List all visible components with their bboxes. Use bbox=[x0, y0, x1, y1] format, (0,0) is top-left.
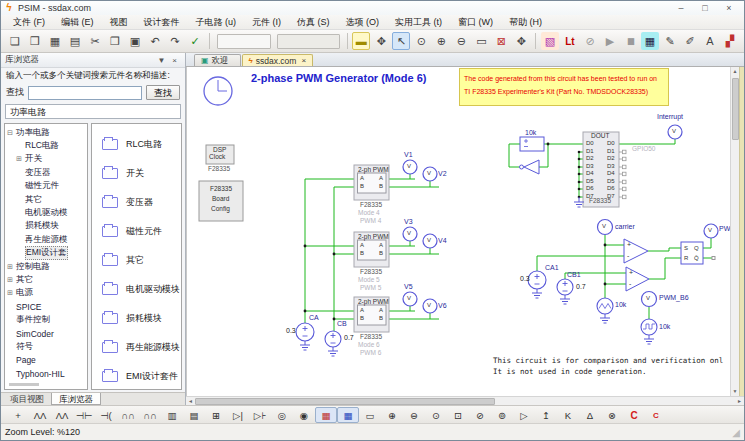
run-simulation-icon[interactable]: ▶ bbox=[601, 32, 619, 50]
elem-ammeter-icon[interactable]: ◉ bbox=[293, 407, 315, 423]
tree-item[interactable]: ⊞ 开关 bbox=[7, 153, 87, 166]
highlight-pen-icon[interactable]: ✐ bbox=[681, 32, 699, 50]
vertical-scroll-thumb[interactable] bbox=[732, 78, 739, 140]
resize-grip[interactable]: ◢ bbox=[732, 427, 740, 438]
schematic-canvas[interactable]: The code generated from this circuit has… bbox=[186, 67, 730, 396]
scroll-right-icon[interactable]: ► bbox=[735, 398, 744, 404]
toolbar-combo-2[interactable] bbox=[277, 34, 340, 49]
elem-voltage-sensor-icon[interactable]: ↥ bbox=[535, 407, 557, 423]
tree-expand-icon[interactable]: ⊞ bbox=[7, 289, 16, 297]
elem-opamp-icon[interactable]: ▷ bbox=[513, 407, 535, 423]
tree-item[interactable]: 电机驱动模 bbox=[7, 206, 87, 219]
tree-item[interactable]: RLC电路 bbox=[7, 139, 87, 152]
menu-item[interactable]: 窗口 (W) bbox=[450, 15, 501, 30]
zoom-icon[interactable]: ⊙ bbox=[412, 32, 430, 50]
document-tab[interactable]: ▣ 欢迎 bbox=[194, 54, 241, 66]
tree-item[interactable]: 变压器 bbox=[7, 166, 87, 179]
elem-transformer-icon[interactable]: ▥ bbox=[161, 407, 183, 423]
tree-item[interactable]: SimCoder bbox=[7, 327, 87, 340]
menu-item[interactable]: 子电路 (u) bbox=[188, 15, 245, 30]
close-icon[interactable]: × bbox=[717, 2, 741, 15]
elem-wire-icon[interactable]: + bbox=[7, 407, 29, 423]
folder-item[interactable]: 其它 bbox=[102, 246, 181, 275]
pan-icon[interactable]: ✥ bbox=[512, 32, 530, 50]
panel-menu-icon[interactable]: ▼ bbox=[155, 56, 168, 65]
elem-sine-source-icon[interactable]: ⊙ bbox=[425, 407, 447, 423]
elem-square-source-icon[interactable]: ⊡ bbox=[447, 407, 469, 423]
elem-transducer-icon[interactable]: Δ bbox=[579, 407, 601, 423]
elem-transformer-3w-icon[interactable]: ▤ bbox=[183, 407, 205, 423]
library-tree[interactable]: ⊟ 功率电路 RLC电路 ⊞ 开关 变压器 磁性元件 bbox=[4, 123, 88, 390]
tree-item[interactable]: SPICE bbox=[7, 300, 87, 313]
menu-item[interactable]: 文件 (F) bbox=[5, 15, 53, 30]
tree-expand-icon[interactable]: ⊞ bbox=[7, 263, 16, 271]
elem-dc-source2-icon[interactable]: ⊖ bbox=[403, 407, 425, 423]
tree-item[interactable]: Page bbox=[7, 354, 87, 367]
c-code-icon[interactable]: ▞ bbox=[721, 32, 739, 50]
label-tool-icon[interactable]: ▬ bbox=[352, 32, 370, 50]
document-tab[interactable]: ϟ ssdax.com × bbox=[242, 54, 314, 66]
tree-item[interactable]: Typhoon-HIL bbox=[7, 367, 87, 380]
scroll-down-icon[interactable]: ▼ bbox=[733, 387, 738, 396]
tree-item[interactable]: ⊞ 控制电路 bbox=[7, 260, 87, 273]
elem-scope-2ch-icon[interactable]: ▦ bbox=[337, 407, 359, 423]
scroll-left-icon[interactable]: ◄ bbox=[186, 398, 195, 404]
folder-item[interactable]: RLC电路 bbox=[102, 130, 181, 159]
menu-item[interactable]: 实用工具 (t) bbox=[387, 15, 450, 30]
elem-inductor-icon[interactable]: ∩∩ bbox=[117, 407, 139, 423]
elem-subcircuit-icon[interactable]: ⊞ bbox=[205, 407, 227, 423]
tree-item-power-circuit[interactable]: ⊟ 功率电路 bbox=[7, 126, 87, 139]
select-pointer-icon[interactable]: ↖ bbox=[392, 32, 410, 50]
elem-voltmeter-icon[interactable]: ◎ bbox=[271, 407, 293, 423]
menu-item[interactable]: 元件 (I) bbox=[244, 15, 289, 30]
menu-item[interactable]: 设计套件 bbox=[136, 15, 188, 30]
tree-expand-icon[interactable]: ⊟ bbox=[7, 129, 16, 137]
zoom-in-icon[interactable]: ⊕ bbox=[432, 32, 450, 50]
minimize-icon[interactable]: – bbox=[669, 2, 693, 15]
elem-rheostat-icon[interactable]: ΛΛ bbox=[51, 407, 73, 423]
undo-icon[interactable]: ↶ bbox=[146, 32, 164, 50]
folder-item[interactable]: EMI设计套件 bbox=[102, 362, 181, 390]
lt-spice-icon[interactable]: Lt bbox=[561, 32, 579, 50]
search-input[interactable] bbox=[28, 86, 142, 100]
menu-item[interactable]: 视图 bbox=[102, 15, 136, 30]
hand-tool-icon[interactable]: ✥ bbox=[372, 32, 390, 50]
zoom-area-icon[interactable]: ⊠ bbox=[492, 32, 510, 50]
pen-icon[interactable]: ✎ bbox=[661, 32, 679, 50]
save-icon[interactable]: ▦ bbox=[46, 32, 64, 50]
tab-close-icon[interactable]: × bbox=[301, 56, 306, 65]
check-clipboard-icon[interactable]: ✓ bbox=[186, 32, 204, 50]
toolbar-combo-1[interactable] bbox=[217, 34, 271, 49]
redo-icon[interactable]: ↷ bbox=[166, 32, 184, 50]
tree-expand-icon[interactable]: ⊞ bbox=[7, 276, 16, 284]
sidebar-tab[interactable]: 库浏览器 bbox=[51, 393, 101, 405]
print-icon[interactable]: ▤ bbox=[66, 32, 84, 50]
folder-item[interactable]: 磁性元件 bbox=[102, 217, 181, 246]
search-button[interactable]: 查找 bbox=[146, 85, 180, 100]
panel-close-icon[interactable]: × bbox=[168, 56, 181, 65]
horizontal-scrollbar[interactable]: ◄ ► bbox=[186, 396, 744, 405]
elem-triangle-source-icon[interactable]: ⊘ bbox=[469, 407, 491, 423]
maximize-icon[interactable]: □ bbox=[693, 2, 717, 15]
elem-gain-icon[interactable]: K bbox=[557, 407, 579, 423]
free-run-icon[interactable]: ⊘ bbox=[581, 32, 599, 50]
elem-diode-icon[interactable]: ▷| bbox=[227, 407, 249, 423]
tree-item[interactable]: EMI设计套 bbox=[7, 247, 87, 260]
elem-dc-source-icon[interactable]: ⊕ bbox=[381, 407, 403, 423]
new-file-icon[interactable]: ❏ bbox=[6, 32, 24, 50]
tree-item[interactable]: 符号 bbox=[7, 340, 87, 353]
copy-icon[interactable]: ❐ bbox=[106, 32, 124, 50]
menu-item[interactable]: 帮助 (H) bbox=[501, 15, 550, 30]
folder-item[interactable]: 损耗模块 bbox=[102, 304, 181, 333]
horizontal-scroll-thumb[interactable] bbox=[195, 398, 495, 405]
scroll-up-icon[interactable]: ▲ bbox=[733, 67, 738, 76]
fit-page-icon[interactable]: ▭ bbox=[472, 32, 490, 50]
folder-item[interactable]: 电机驱动模块 bbox=[102, 275, 181, 304]
elem-block-icon[interactable]: ▭ bbox=[359, 407, 381, 423]
simview-icon[interactable]: ▧ bbox=[541, 32, 559, 50]
elem-c-script-icon[interactable]: C bbox=[623, 407, 645, 423]
tree-expand-icon[interactable]: ⊞ bbox=[16, 155, 25, 163]
runtime-graph-icon[interactable]: ▦ bbox=[641, 32, 659, 50]
elem-e-capacitor-icon[interactable]: ⊣( bbox=[95, 407, 117, 423]
elem-thyristor-icon[interactable]: ▷⊦ bbox=[249, 407, 271, 423]
